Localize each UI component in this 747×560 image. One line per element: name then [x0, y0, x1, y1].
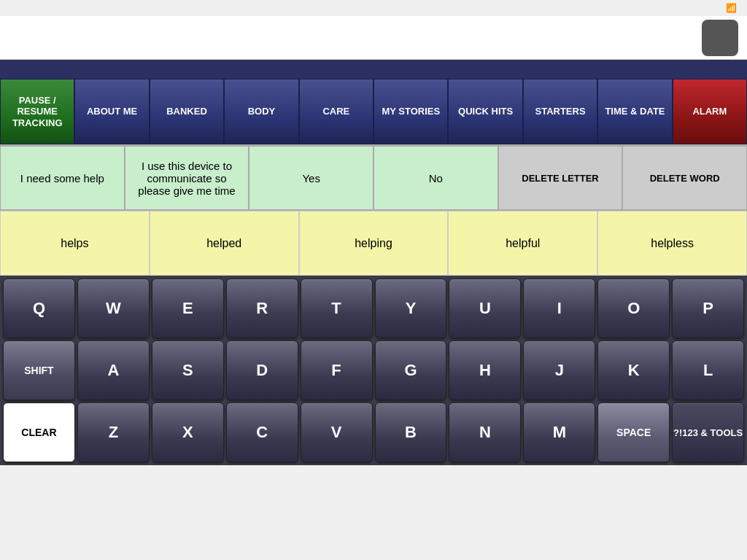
key-x[interactable]: X [152, 402, 224, 462]
variant-helped[interactable]: helped [150, 211, 299, 276]
key-r[interactable]: R [226, 279, 298, 338]
key-s[interactable]: S [152, 341, 224, 400]
cat-btn-quick-hits[interactable]: QUICK HITS [448, 79, 522, 144]
key-w[interactable]: W [77, 279, 150, 338]
key-tools[interactable]: ?!123 & TOOLS [672, 402, 744, 462]
keyboard-area: QWERTYUIOP SHIFTASDFGHJKL CLEARZXCVBNMSP… [0, 276, 747, 465]
key-o[interactable]: O [597, 279, 670, 338]
variant-helps[interactable]: helps [0, 211, 150, 276]
cat-btn-body[interactable]: BODY [224, 79, 298, 144]
key-n[interactable]: N [449, 402, 521, 462]
cat-btn-my-stories[interactable]: MY STORIES [374, 79, 448, 144]
word-cell-i-need-help[interactable]: I need some help [0, 146, 125, 210]
keyboard-row-1: QWERTYUIOP [3, 279, 744, 338]
key-c[interactable]: C [226, 402, 298, 462]
word-cell-no[interactable]: No [374, 146, 498, 210]
key-z[interactable]: Z [77, 402, 150, 462]
variant-helping[interactable]: helping [299, 211, 449, 276]
cat-btn-alarm[interactable]: ALARM [673, 79, 747, 144]
key-d[interactable]: D [226, 341, 298, 400]
key-y[interactable]: Y [375, 279, 447, 338]
key-clear[interactable]: CLEAR [3, 402, 75, 462]
key-f[interactable]: F [301, 341, 373, 400]
cat-btn-pause[interactable]: PAUSE / RESUME TRACKING [0, 79, 74, 144]
keyboard-row-3: CLEARZXCVBNMSPACE?!123 & TOOLS [3, 402, 744, 462]
key-l[interactable]: L [672, 341, 744, 400]
vocab-bar [0, 60, 747, 79]
key-i[interactable]: I [523, 279, 595, 338]
status-right: 📶 [726, 3, 741, 13]
key-space[interactable]: SPACE [597, 402, 670, 462]
cat-btn-time-date[interactable]: TIME & DATE [597, 79, 672, 144]
delete-x-button[interactable] [702, 20, 738, 56]
key-u[interactable]: U [449, 279, 521, 338]
key-h[interactable]: H [449, 341, 521, 400]
key-shift[interactable]: SHIFT [3, 341, 75, 400]
status-bar: 📶 [0, 0, 747, 16]
word-row: I need some helpI use this device to com… [0, 144, 747, 210]
key-j[interactable]: J [523, 341, 595, 400]
key-m[interactable]: M [523, 402, 595, 462]
key-a[interactable]: A [77, 341, 150, 400]
cat-btn-banked[interactable]: BANKED [150, 79, 224, 144]
cat-btn-about-me[interactable]: ABOUT ME [74, 79, 149, 144]
category-row: PAUSE / RESUME TRACKINGABOUT MEBANKEDBOD… [0, 79, 747, 144]
word-cell-communicate[interactable]: I use this device to communicate so plea… [125, 146, 249, 210]
key-g[interactable]: G [375, 341, 447, 400]
keyboard-row-2: SHIFTASDFGHJKL [3, 341, 744, 400]
key-v[interactable]: V [301, 402, 373, 462]
word-cell-delete-letter[interactable]: DELETE LETTER [498, 146, 623, 210]
wifi-icon: 📶 [726, 3, 737, 13]
cat-btn-starters[interactable]: STARTERS [523, 79, 597, 144]
word-cell-yes[interactable]: Yes [249, 146, 374, 210]
variant-helpless[interactable]: helpless [597, 211, 747, 276]
title-bar [0, 16, 747, 60]
key-q[interactable]: Q [3, 279, 75, 338]
variant-helpful[interactable]: helpful [448, 211, 597, 276]
key-p[interactable]: P [672, 279, 744, 338]
key-k[interactable]: K [597, 341, 670, 400]
key-e[interactable]: E [152, 279, 224, 338]
word-cell-delete-word[interactable]: DELETE WORD [622, 146, 747, 210]
key-b[interactable]: B [375, 402, 447, 462]
variants-row: helpshelpedhelpinghelpfulhelpless [0, 210, 747, 276]
cat-btn-care[interactable]: CARE [299, 79, 374, 144]
key-t[interactable]: T [301, 279, 373, 338]
